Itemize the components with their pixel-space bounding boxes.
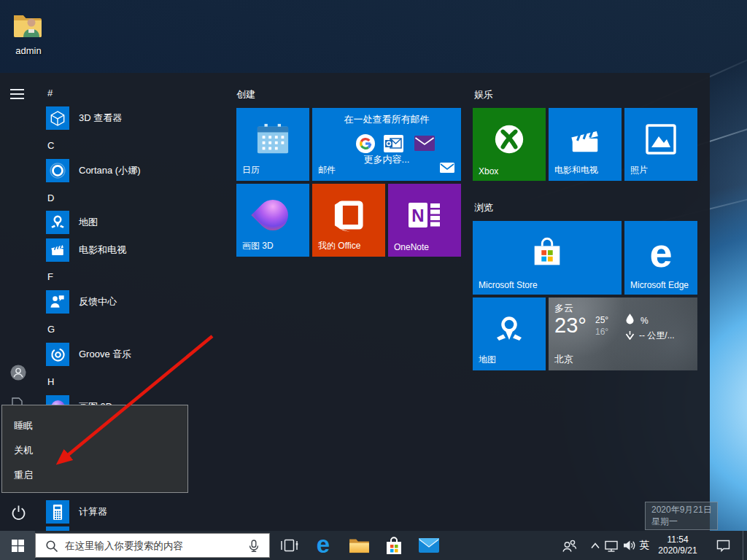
tile-microsoft-edge[interactable]: e Microsoft Edge [624, 221, 697, 295]
tile-label: Xbox [479, 166, 498, 176]
taskbar-clock[interactable]: 11:54 2020/9/21 [655, 534, 700, 556]
calendar-icon [236, 109, 309, 169]
weather-low: 16° [595, 327, 608, 337]
app-item-3d-viewer[interactable]: 3D 查看器 [46, 106, 122, 130]
tile-label: 我的 Office [318, 240, 360, 252]
taskbar-edge-button[interactable]: e [309, 531, 338, 560]
tile-label: 电影和电视 [554, 164, 598, 176]
search-input[interactable] [65, 534, 240, 557]
taskbar-search-box[interactable] [35, 533, 270, 558]
app-section-header[interactable]: D [47, 192, 54, 204]
tile-group-title: 创建 [236, 88, 255, 100]
app-item-movies-tv[interactable]: 电影和电视 [46, 238, 126, 262]
power-menu-sleep[interactable]: 睡眠 [14, 419, 33, 432]
wind-direction-icon [625, 330, 635, 343]
edge-icon: e [317, 532, 330, 556]
tile-label: 邮件 [318, 164, 336, 176]
tile-label: Microsoft Store [479, 280, 538, 290]
app-item-groove-music[interactable]: Groove 音乐 [46, 343, 131, 366]
user-account-button[interactable] [10, 365, 26, 384]
power-button[interactable] [10, 504, 27, 524]
app-item-maps[interactable]: 地图 [46, 211, 98, 234]
taskbar: e [0, 531, 747, 560]
task-view-icon [280, 537, 298, 553]
app-section-header[interactable]: F [47, 271, 53, 283]
maps-icon [46, 211, 69, 234]
tile-onenote[interactable]: N OneNote [388, 184, 461, 257]
edge-logo-icon: e [649, 233, 672, 273]
tile-xbox[interactable]: Xbox [473, 108, 546, 181]
app-section-header[interactable]: G [47, 324, 55, 335]
tile-photos[interactable]: 照片 [624, 108, 697, 181]
power-menu-restart[interactable]: 重启 [14, 469, 33, 481]
people-button[interactable] [556, 531, 582, 560]
tile-microsoft-store[interactable]: Microsoft Store [473, 221, 622, 295]
clock-date: 2020/9/21 [655, 545, 700, 556]
task-view-button[interactable] [274, 531, 303, 560]
desktop-icon-admin[interactable]: admin [7, 12, 50, 56]
tile-label: 画图 3D [242, 240, 274, 252]
onenote-logo-letter: N [411, 206, 424, 225]
tile-paint3d[interactable]: 画图 3D [236, 184, 309, 257]
store-icon [473, 222, 622, 283]
action-center-icon [716, 540, 730, 552]
map-pin-icon [473, 299, 546, 359]
app-section-header[interactable]: # [47, 88, 53, 99]
search-icon [45, 540, 58, 556]
tile-mail[interactable]: 在一处查看所有邮件 [312, 108, 461, 181]
weather-temp: 23° [554, 314, 587, 338]
ime-indicator[interactable]: 英 [633, 531, 655, 560]
app-item-calculator[interactable]: 计算器 [46, 500, 107, 524]
mail-icon [419, 538, 439, 553]
calculator-icon [46, 500, 69, 524]
tile-group-title: 浏览 [474, 201, 493, 213]
tile-label: 地图 [479, 354, 496, 366]
action-center-button[interactable] [709, 531, 737, 560]
feedback-hub-icon [46, 290, 69, 314]
network-icon [605, 540, 618, 552]
app-item-label: Groove 音乐 [79, 348, 131, 361]
desktop-icon-label: admin [7, 45, 50, 56]
tile-maps[interactable]: 地图 [473, 298, 546, 370]
windows-logo-icon [12, 540, 24, 552]
tile-group-title: 娱乐 [474, 88, 493, 100]
tile-label: Microsoft Edge [630, 280, 689, 290]
taskbar-file-explorer-button[interactable] [344, 531, 374, 560]
file-explorer-icon [349, 537, 370, 554]
taskbar-mail-button[interactable] [414, 531, 444, 560]
humidity-droplet-icon [626, 314, 634, 327]
app-section-header[interactable]: H [47, 376, 54, 388]
app-item-label: 反馈中心 [79, 295, 117, 308]
movies-tv-icon [46, 238, 69, 262]
clock-time: 11:54 [655, 534, 700, 545]
power-menu-shutdown[interactable]: 关机 [14, 444, 33, 456]
show-desktop-button[interactable] [743, 531, 747, 560]
office-logo-icon [312, 185, 385, 245]
app-item-label: Cortana (小娜) [79, 164, 141, 177]
power-menu-popup: 睡眠 关机 重启 [1, 405, 188, 493]
cortana-icon [46, 159, 69, 182]
chevron-up-icon [590, 542, 600, 549]
photos-icon [624, 109, 697, 169]
people-icon [561, 539, 577, 553]
weather-city: 北京 [554, 353, 573, 366]
tile-my-office[interactable]: 我的 Office [312, 184, 385, 257]
app-item-cortana[interactable]: Cortana (小娜) [46, 159, 141, 182]
microphone-icon[interactable] [247, 540, 260, 556]
app-item-feedback-hub[interactable]: 反馈中心 [46, 290, 117, 314]
user-avatar-icon [10, 365, 26, 381]
app-item-label: 地图 [79, 216, 98, 229]
tile-calendar[interactable]: 日历 [236, 108, 309, 181]
taskbar-store-button[interactable] [379, 531, 409, 560]
clapperboard-icon [549, 109, 622, 169]
store-icon [385, 536, 403, 556]
tile-movies-tv[interactable]: 电影和电视 [549, 108, 622, 181]
start-button[interactable] [0, 531, 35, 560]
hamburger-menu-button[interactable] [10, 85, 28, 103]
app-item-label: 电影和电视 [79, 244, 126, 257]
app-section-header[interactable]: C [47, 140, 54, 152]
tile-weather[interactable]: 多云 23° 25° 16° % -- 公里/... 北京 [549, 298, 697, 370]
3d-viewer-icon [46, 106, 69, 130]
weather-high: 25° [595, 315, 608, 325]
weather-humidity: % [640, 316, 649, 326]
